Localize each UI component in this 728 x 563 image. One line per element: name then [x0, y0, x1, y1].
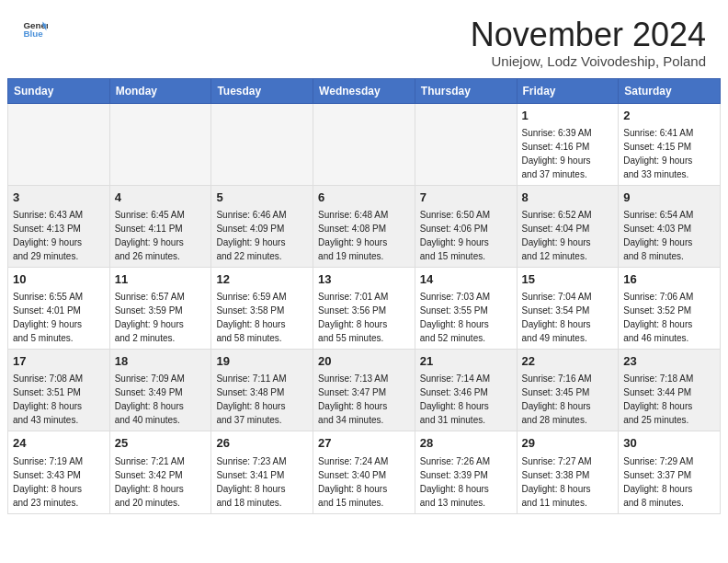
logo-icon: General Blue [22, 17, 48, 42]
calendar-cell: 24Sunrise: 7:19 AM Sunset: 3:43 PM Dayli… [8, 431, 110, 513]
day-number: 14 [420, 271, 512, 288]
day-info: Sunrise: 6:52 AM Sunset: 4:04 PM Dayligh… [522, 210, 592, 261]
day-number: 10 [13, 271, 105, 288]
calendar-cell: 11Sunrise: 6:57 AM Sunset: 3:59 PM Dayli… [109, 267, 211, 349]
weekday-header-tuesday: Tuesday [211, 78, 313, 103]
day-number: 6 [318, 190, 410, 206]
calendar-cell: 14Sunrise: 7:03 AM Sunset: 3:55 PM Dayli… [415, 267, 517, 349]
day-info: Sunrise: 7:16 AM Sunset: 3:45 PM Dayligh… [522, 373, 592, 425]
calendar-cell: 13Sunrise: 7:01 AM Sunset: 3:56 PM Dayli… [313, 267, 415, 349]
day-info: Sunrise: 6:41 AM Sunset: 4:15 PM Dayligh… [623, 128, 693, 179]
day-number: 21 [420, 353, 512, 370]
calendar-cell: 10Sunrise: 6:55 AM Sunset: 4:01 PM Dayli… [8, 267, 110, 349]
calendar-cell [415, 103, 517, 185]
day-info: Sunrise: 7:11 AM Sunset: 3:48 PM Dayligh… [216, 373, 286, 425]
calendar-wrapper: SundayMondayTuesdayWednesdayThursdayFrid… [0, 78, 728, 518]
weekday-header-wednesday: Wednesday [313, 78, 415, 103]
day-info: Sunrise: 7:23 AM Sunset: 3:41 PM Dayligh… [216, 456, 286, 508]
day-info: Sunrise: 7:08 AM Sunset: 3:51 PM Dayligh… [13, 373, 83, 425]
day-number: 22 [522, 353, 614, 370]
day-number: 23 [623, 353, 715, 370]
day-info: Sunrise: 6:59 AM Sunset: 3:58 PM Dayligh… [216, 292, 286, 343]
calendar-cell: 28Sunrise: 7:26 AM Sunset: 3:39 PM Dayli… [415, 431, 517, 513]
day-number: 15 [522, 271, 614, 288]
day-number: 8 [522, 190, 614, 206]
calendar-cell: 20Sunrise: 7:13 AM Sunset: 3:47 PM Dayli… [313, 350, 415, 431]
calendar-cell: 8Sunrise: 6:52 AM Sunset: 4:04 PM Daylig… [517, 185, 619, 267]
calendar-cell: 29Sunrise: 7:27 AM Sunset: 3:38 PM Dayli… [517, 431, 619, 513]
page-header: General Blue November 2024 Uniejow, Lodz… [0, 0, 728, 78]
day-info: Sunrise: 7:06 AM Sunset: 3:52 PM Dayligh… [623, 292, 693, 343]
calendar-cell: 16Sunrise: 7:06 AM Sunset: 3:52 PM Dayli… [619, 267, 721, 349]
calendar-table: SundayMondayTuesdayWednesdayThursdayFrid… [7, 78, 721, 514]
day-number: 12 [216, 271, 308, 288]
calendar-cell: 23Sunrise: 7:18 AM Sunset: 3:44 PM Dayli… [619, 350, 721, 431]
logo: General Blue [22, 17, 48, 42]
day-number: 2 [623, 108, 715, 124]
day-number: 30 [623, 435, 715, 452]
day-info: Sunrise: 7:27 AM Sunset: 3:38 PM Dayligh… [522, 456, 592, 508]
calendar-cell: 15Sunrise: 7:04 AM Sunset: 3:54 PM Dayli… [517, 267, 619, 349]
calendar-cell: 1Sunrise: 6:39 AM Sunset: 4:16 PM Daylig… [517, 103, 619, 185]
calendar-cell [8, 103, 110, 185]
day-number: 18 [115, 353, 207, 370]
day-number: 28 [420, 435, 512, 452]
calendar-header-row: SundayMondayTuesdayWednesdayThursdayFrid… [8, 78, 721, 103]
day-info: Sunrise: 7:04 AM Sunset: 3:54 PM Dayligh… [522, 292, 592, 343]
day-number: 26 [216, 435, 308, 452]
calendar-week-row: 10Sunrise: 6:55 AM Sunset: 4:01 PM Dayli… [8, 267, 721, 349]
location-subtitle: Uniejow, Lodz Voivodeship, Poland [471, 53, 706, 69]
day-number: 11 [115, 271, 207, 288]
day-info: Sunrise: 7:24 AM Sunset: 3:40 PM Dayligh… [318, 456, 388, 508]
day-info: Sunrise: 7:13 AM Sunset: 3:47 PM Dayligh… [318, 373, 388, 425]
calendar-cell: 19Sunrise: 7:11 AM Sunset: 3:48 PM Dayli… [211, 350, 313, 431]
day-info: Sunrise: 7:14 AM Sunset: 3:46 PM Dayligh… [420, 373, 490, 425]
weekday-header-monday: Monday [109, 78, 211, 103]
calendar-cell: 30Sunrise: 7:29 AM Sunset: 3:37 PM Dayli… [619, 431, 721, 513]
day-number: 29 [522, 435, 614, 452]
calendar-cell: 12Sunrise: 6:59 AM Sunset: 3:58 PM Dayli… [211, 267, 313, 349]
day-info: Sunrise: 6:46 AM Sunset: 4:09 PM Dayligh… [216, 210, 286, 261]
month-title: November 2024 [471, 17, 706, 53]
weekday-header-saturday: Saturday [619, 78, 721, 103]
day-info: Sunrise: 7:21 AM Sunset: 3:42 PM Dayligh… [115, 456, 185, 508]
day-number: 4 [115, 190, 207, 206]
day-number: 3 [13, 190, 105, 206]
day-number: 9 [623, 190, 715, 206]
day-number: 25 [115, 435, 207, 452]
day-info: Sunrise: 6:48 AM Sunset: 4:08 PM Dayligh… [318, 210, 388, 261]
day-info: Sunrise: 7:29 AM Sunset: 3:37 PM Dayligh… [623, 456, 693, 508]
day-info: Sunrise: 6:57 AM Sunset: 3:59 PM Dayligh… [115, 292, 185, 343]
day-number: 20 [318, 353, 410, 370]
day-number: 27 [318, 435, 410, 452]
day-info: Sunrise: 7:09 AM Sunset: 3:49 PM Dayligh… [115, 373, 185, 425]
calendar-cell: 17Sunrise: 7:08 AM Sunset: 3:51 PM Dayli… [8, 350, 110, 431]
calendar-cell: 5Sunrise: 6:46 AM Sunset: 4:09 PM Daylig… [211, 185, 313, 267]
calendar-week-row: 1Sunrise: 6:39 AM Sunset: 4:16 PM Daylig… [8, 103, 721, 185]
svg-text:Blue: Blue [23, 29, 43, 39]
day-info: Sunrise: 6:55 AM Sunset: 4:01 PM Dayligh… [13, 292, 83, 343]
weekday-header-friday: Friday [517, 78, 619, 103]
calendar-cell: 3Sunrise: 6:43 AM Sunset: 4:13 PM Daylig… [8, 185, 110, 267]
calendar-cell [313, 103, 415, 185]
calendar-cell: 7Sunrise: 6:50 AM Sunset: 4:06 PM Daylig… [415, 185, 517, 267]
calendar-cell: 26Sunrise: 7:23 AM Sunset: 3:41 PM Dayli… [211, 431, 313, 513]
day-info: Sunrise: 7:03 AM Sunset: 3:55 PM Dayligh… [420, 292, 490, 343]
day-info: Sunrise: 6:45 AM Sunset: 4:11 PM Dayligh… [115, 210, 185, 261]
day-info: Sunrise: 7:19 AM Sunset: 3:43 PM Dayligh… [13, 456, 83, 508]
day-number: 17 [13, 353, 105, 370]
calendar-cell: 25Sunrise: 7:21 AM Sunset: 3:42 PM Dayli… [109, 431, 211, 513]
calendar-cell: 21Sunrise: 7:14 AM Sunset: 3:46 PM Dayli… [415, 350, 517, 431]
day-info: Sunrise: 6:54 AM Sunset: 4:03 PM Dayligh… [623, 210, 693, 261]
calendar-cell [109, 103, 211, 185]
day-number: 7 [420, 190, 512, 206]
calendar-week-row: 24Sunrise: 7:19 AM Sunset: 3:43 PM Dayli… [8, 431, 721, 513]
weekday-header-sunday: Sunday [8, 78, 110, 103]
title-section: November 2024 Uniejow, Lodz Voivodeship,… [471, 17, 706, 69]
day-number: 1 [522, 108, 614, 124]
weekday-header-thursday: Thursday [415, 78, 517, 103]
day-number: 5 [216, 190, 308, 206]
calendar-week-row: 3Sunrise: 6:43 AM Sunset: 4:13 PM Daylig… [8, 185, 721, 267]
calendar-cell: 9Sunrise: 6:54 AM Sunset: 4:03 PM Daylig… [619, 185, 721, 267]
day-info: Sunrise: 6:50 AM Sunset: 4:06 PM Dayligh… [420, 210, 490, 261]
